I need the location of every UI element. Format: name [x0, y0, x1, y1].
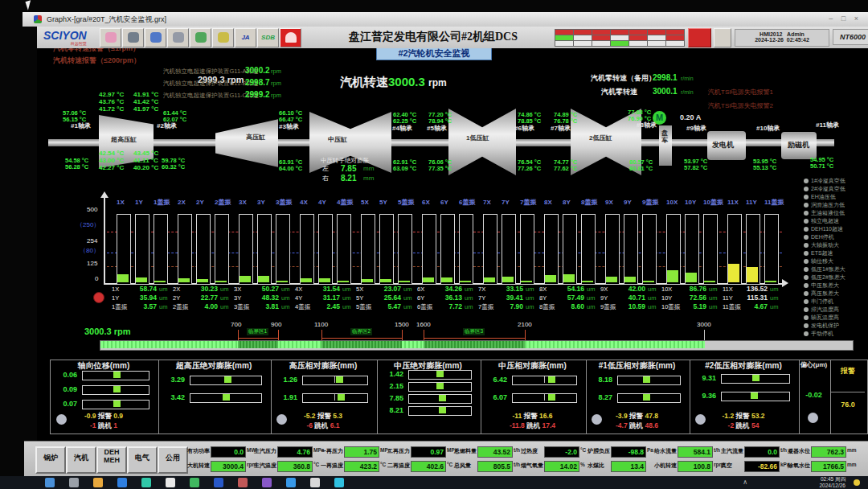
trip-item-label: DEH110超速	[811, 226, 843, 232]
screen-banner[interactable]: #2汽轮机安全监视	[376, 48, 492, 60]
vib-readout-unit: um	[159, 286, 167, 293]
panel-value: 0.06	[53, 372, 77, 379]
hmi-app-icon[interactable]	[238, 478, 248, 487]
telemetry-label: 主汽温度	[254, 462, 276, 468]
uhp-temp-bottom: 43.45 °C	[133, 150, 158, 157]
vib-readout-value: 33.15	[496, 286, 523, 293]
operator-icon-glyph	[150, 32, 162, 43]
panel-alarm-high: 47.8	[645, 412, 658, 420]
ecc-alarm-divider	[831, 392, 865, 392]
clock-date: 2024/12/26	[819, 483, 845, 489]
vib-bar-label: 4X	[300, 199, 308, 206]
browser-icon[interactable]	[117, 478, 127, 487]
excel-icon[interactable]	[190, 478, 199, 487]
mimic-canvas: 汽机零转速报警（≤1rpm）汽机转速报警（≤200rpm）2999.3 rpm汽…	[37, 48, 868, 441]
tray-chevron-icon[interactable]: ∧	[743, 479, 747, 486]
keyboard-icon[interactable]	[122, 28, 144, 47]
start-icon[interactable]	[45, 478, 55, 487]
vib-axis-label: 0	[95, 276, 98, 282]
panel-alarm-low: -11	[512, 412, 522, 420]
ecc-alarm-label: 报警	[829, 368, 866, 375]
search-icon[interactable]	[69, 478, 79, 487]
window-titlebar[interactable]: GraphX-[gra/#20T_汽机安全监视.grx] – □ ×	[23, 12, 868, 27]
uhp-temp-top: 43.76 °C	[99, 99, 124, 105]
ip-rotor-key: 左	[322, 166, 329, 172]
vib-cover-bar-fill	[276, 281, 288, 282]
vib-readout-label: 3Y	[234, 295, 241, 302]
bearing-temp-top: 56.15 °C	[63, 117, 86, 123]
notification-icon[interactable]	[854, 479, 860, 486]
panel-trip-label: 跳机	[736, 421, 750, 429]
panel-bar-fill	[643, 394, 650, 401]
monitor-icon[interactable]	[190, 28, 211, 47]
panel-bar-fill	[752, 375, 760, 381]
zero-speed-value: 2998.1	[653, 74, 678, 82]
bottom-bar: 锅炉汽机DEHMEH电气公用有功功率0.0MW大机转速3000.4rpm主汽压力…	[24, 441, 868, 477]
vib-readout-label: 8Y	[539, 295, 547, 302]
telemetry-value: 43.52	[477, 446, 513, 458]
ip-cylinder-label: 中压缸	[328, 137, 347, 143]
nav-button-5[interactable]: 公用	[158, 446, 188, 474]
panel-value: 8.27	[588, 394, 612, 401]
vib-readout-label: 6X	[417, 286, 424, 293]
alarm-grid-cell	[610, 40, 629, 47]
vib-readout-value: 5.19	[679, 303, 706, 310]
main-speed-unit: rpm	[428, 77, 447, 88]
vib-readout-unit: um	[465, 304, 473, 310]
operator-icon[interactable]	[145, 28, 166, 47]
windows-taskbar[interactable]: ∧ 02:45 周四 2024/12/26	[0, 476, 868, 489]
vib-y-bar-outline	[135, 214, 149, 285]
telemetry-label: 二再压力	[387, 448, 410, 454]
word-icon[interactable]	[214, 478, 223, 487]
trip-bullet-icon	[804, 211, 809, 216]
vib-x-bar-fill	[301, 278, 312, 282]
telemetry-label: 凝器水位	[788, 448, 810, 454]
panel-trip-low: -4.7	[616, 421, 628, 429]
config-icon[interactable]	[286, 478, 296, 487]
vib-readout-unit: um	[281, 286, 289, 293]
trend-button[interactable]	[714, 28, 731, 47]
telemetry-value: 13.4	[611, 461, 646, 472]
telemetry-unit: t/h	[714, 448, 720, 454]
alarm-summary-grid[interactable]	[555, 29, 684, 46]
teams-icon[interactable]	[141, 478, 151, 487]
sdb-icon[interactable]: SDB	[257, 28, 279, 47]
printer-icon[interactable]	[167, 28, 189, 47]
vib-axis-label: 254	[87, 238, 97, 244]
nav-button-1[interactable]: 锅炉	[35, 446, 66, 474]
notes-icon[interactable]	[166, 478, 175, 487]
leaf-icon-glyph	[218, 32, 229, 43]
nav-button-3[interactable]: DEHMEH	[96, 446, 127, 474]
vib-cover-bar-outline	[337, 214, 351, 285]
printer-icon-glyph	[173, 32, 184, 43]
vib-readout-label: 3盖振	[234, 304, 249, 310]
vib-y-bar-fill	[136, 277, 147, 282]
nav-button-2[interactable]: 汽机	[66, 446, 96, 474]
vib-y-bar-fill	[624, 277, 636, 282]
users-icon[interactable]	[100, 28, 121, 47]
viewer-icon[interactable]	[262, 478, 272, 487]
telemetry-value: 0.97	[411, 446, 446, 458]
taskbar-clock[interactable]: 02:45 周四 2024/12/26	[819, 477, 845, 488]
trip-item-label: 独立电超速	[811, 218, 839, 224]
ja-icon[interactable]: JA	[235, 28, 256, 47]
camera-icon[interactable]	[310, 478, 320, 487]
leaf-icon[interactable]	[212, 28, 234, 47]
alarm-bell-icon[interactable]	[280, 28, 301, 47]
tg-current-unit: A	[696, 113, 702, 121]
telemetry-unit: °C	[580, 448, 586, 454]
vib-cover-bar-fill	[521, 281, 532, 282]
ip-rotor-expansion-label: 中压转子绝对膨胀	[321, 158, 369, 164]
zero-speed-value: 3000.1	[653, 88, 678, 96]
nav-button-4[interactable]: 电气	[127, 446, 158, 474]
paint-icon[interactable]	[334, 478, 344, 487]
folder-icon[interactable]	[93, 478, 103, 487]
panel-alarm-row: -11 报警 16.6	[480, 413, 585, 420]
speed-scale-value: 3000.3	[84, 327, 112, 336]
vib-readout-value: 7.72	[435, 303, 462, 310]
alarm-ack-button[interactable]	[688, 28, 711, 47]
telemetry-unit: t/h	[514, 462, 520, 468]
hp-cylinder-label: 高压缸	[246, 134, 265, 141]
trip-bullet-icon	[804, 179, 809, 183]
window-controls[interactable]: – □ ×	[829, 15, 862, 23]
